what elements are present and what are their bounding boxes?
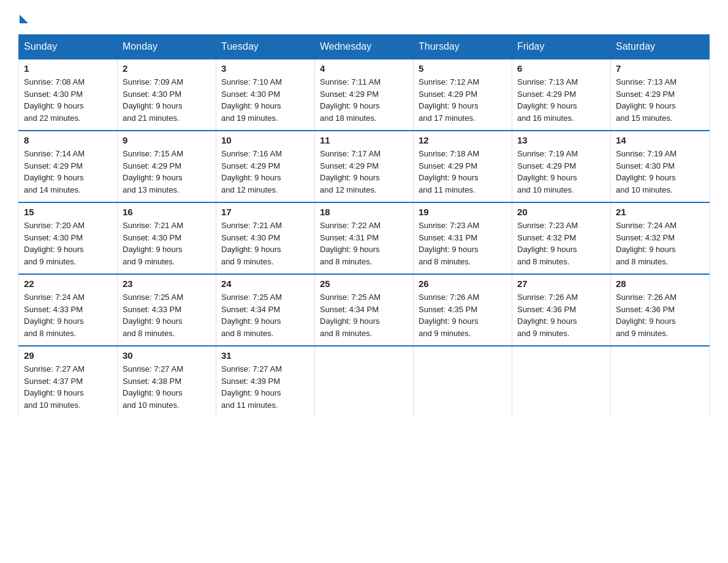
calendar-cell: 24 Sunrise: 7:25 AM Sunset: 4:34 PM Dayl…	[216, 274, 315, 346]
day-info: Sunrise: 7:18 AM Sunset: 4:29 PM Dayligh…	[419, 148, 507, 196]
day-number: 3	[221, 63, 309, 74]
calendar-cell: 25 Sunrise: 7:25 AM Sunset: 4:34 PM Dayl…	[315, 274, 414, 346]
day-number: 25	[320, 278, 408, 289]
calendar-week-row: 8 Sunrise: 7:14 AM Sunset: 4:29 PM Dayli…	[19, 131, 710, 202]
day-info: Sunrise: 7:20 AM Sunset: 4:30 PM Dayligh…	[24, 220, 112, 267]
weekday-header-monday: Monday	[118, 35, 216, 59]
day-info: Sunrise: 7:25 AM Sunset: 4:34 PM Dayligh…	[221, 291, 309, 339]
day-info: Sunrise: 7:13 AM Sunset: 4:29 PM Dayligh…	[616, 76, 704, 124]
calendar-cell: 26 Sunrise: 7:26 AM Sunset: 4:35 PM Dayl…	[414, 274, 512, 346]
day-info: Sunrise: 7:26 AM Sunset: 4:36 PM Dayligh…	[517, 291, 605, 339]
day-number: 12	[419, 135, 507, 145]
day-number: 18	[320, 207, 408, 217]
day-info: Sunrise: 7:27 AM Sunset: 4:37 PM Dayligh…	[24, 363, 112, 411]
day-info: Sunrise: 7:24 AM Sunset: 4:32 PM Dayligh…	[616, 220, 704, 267]
calendar-cell: 16 Sunrise: 7:21 AM Sunset: 4:30 PM Dayl…	[118, 202, 216, 274]
calendar-cell: 17 Sunrise: 7:21 AM Sunset: 4:30 PM Dayl…	[216, 202, 315, 274]
calendar-cell: 1 Sunrise: 7:08 AM Sunset: 4:30 PM Dayli…	[19, 59, 118, 131]
calendar-cell	[315, 346, 414, 417]
day-number: 10	[221, 135, 309, 145]
day-info: Sunrise: 7:17 AM Sunset: 4:29 PM Dayligh…	[320, 148, 408, 196]
calendar-cell: 12 Sunrise: 7:18 AM Sunset: 4:29 PM Dayl…	[414, 131, 512, 202]
day-number: 8	[24, 135, 112, 145]
day-info: Sunrise: 7:24 AM Sunset: 4:33 PM Dayligh…	[24, 291, 112, 339]
logo	[18, 12, 28, 23]
day-info: Sunrise: 7:27 AM Sunset: 4:38 PM Dayligh…	[123, 363, 211, 411]
page-header	[18, 12, 710, 23]
day-info: Sunrise: 7:19 AM Sunset: 4:30 PM Dayligh…	[616, 148, 704, 196]
calendar-cell: 6 Sunrise: 7:13 AM Sunset: 4:29 PM Dayli…	[512, 59, 611, 131]
day-number: 21	[616, 207, 704, 217]
calendar-cell: 18 Sunrise: 7:22 AM Sunset: 4:31 PM Dayl…	[315, 202, 414, 274]
day-number: 22	[24, 278, 112, 289]
day-info: Sunrise: 7:23 AM Sunset: 4:31 PM Dayligh…	[419, 220, 507, 267]
day-info: Sunrise: 7:25 AM Sunset: 4:33 PM Dayligh…	[123, 291, 211, 339]
day-info: Sunrise: 7:21 AM Sunset: 4:30 PM Dayligh…	[123, 220, 211, 267]
day-info: Sunrise: 7:10 AM Sunset: 4:30 PM Dayligh…	[221, 76, 309, 124]
day-number: 9	[123, 135, 211, 145]
day-number: 23	[123, 278, 211, 289]
weekday-header-saturday: Saturday	[611, 35, 710, 59]
day-info: Sunrise: 7:08 AM Sunset: 4:30 PM Dayligh…	[24, 76, 112, 124]
day-number: 27	[517, 278, 605, 289]
day-info: Sunrise: 7:26 AM Sunset: 4:35 PM Dayligh…	[419, 291, 507, 339]
day-info: Sunrise: 7:23 AM Sunset: 4:32 PM Dayligh…	[517, 220, 605, 267]
calendar-cell: 31 Sunrise: 7:27 AM Sunset: 4:39 PM Dayl…	[216, 346, 315, 417]
day-number: 6	[517, 63, 605, 74]
day-info: Sunrise: 7:19 AM Sunset: 4:29 PM Dayligh…	[517, 148, 605, 196]
calendar-cell: 4 Sunrise: 7:11 AM Sunset: 4:29 PM Dayli…	[315, 59, 414, 131]
day-number: 5	[419, 63, 507, 74]
calendar-cell: 20 Sunrise: 7:23 AM Sunset: 4:32 PM Dayl…	[512, 202, 611, 274]
calendar-cell: 2 Sunrise: 7:09 AM Sunset: 4:30 PM Dayli…	[118, 59, 216, 131]
calendar-cell	[414, 346, 512, 417]
calendar-cell: 11 Sunrise: 7:17 AM Sunset: 4:29 PM Dayl…	[315, 131, 414, 202]
calendar-cell: 13 Sunrise: 7:19 AM Sunset: 4:29 PM Dayl…	[512, 131, 611, 202]
day-info: Sunrise: 7:22 AM Sunset: 4:31 PM Dayligh…	[320, 220, 408, 267]
day-info: Sunrise: 7:21 AM Sunset: 4:30 PM Dayligh…	[221, 220, 309, 267]
day-number: 11	[320, 135, 408, 145]
day-info: Sunrise: 7:12 AM Sunset: 4:29 PM Dayligh…	[419, 76, 507, 124]
weekday-header-thursday: Thursday	[414, 35, 512, 59]
day-info: Sunrise: 7:27 AM Sunset: 4:39 PM Dayligh…	[221, 363, 309, 411]
calendar-cell: 15 Sunrise: 7:20 AM Sunset: 4:30 PM Dayl…	[19, 202, 118, 274]
day-info: Sunrise: 7:26 AM Sunset: 4:36 PM Dayligh…	[616, 291, 704, 339]
day-number: 29	[24, 350, 112, 361]
weekday-header-tuesday: Tuesday	[216, 35, 315, 59]
weekday-header-row: SundayMondayTuesdayWednesdayThursdayFrid…	[19, 35, 710, 59]
calendar-cell: 30 Sunrise: 7:27 AM Sunset: 4:38 PM Dayl…	[118, 346, 216, 417]
calendar-cell: 9 Sunrise: 7:15 AM Sunset: 4:29 PM Dayli…	[118, 131, 216, 202]
day-info: Sunrise: 7:16 AM Sunset: 4:29 PM Dayligh…	[221, 148, 309, 196]
day-number: 30	[123, 350, 211, 361]
calendar-cell: 10 Sunrise: 7:16 AM Sunset: 4:29 PM Dayl…	[216, 131, 315, 202]
calendar-cell: 5 Sunrise: 7:12 AM Sunset: 4:29 PM Dayli…	[414, 59, 512, 131]
calendar-cell: 27 Sunrise: 7:26 AM Sunset: 4:36 PM Dayl…	[512, 274, 611, 346]
day-info: Sunrise: 7:13 AM Sunset: 4:29 PM Dayligh…	[517, 76, 605, 124]
day-number: 4	[320, 63, 408, 74]
calendar-week-row: 15 Sunrise: 7:20 AM Sunset: 4:30 PM Dayl…	[19, 202, 710, 274]
day-info: Sunrise: 7:11 AM Sunset: 4:29 PM Dayligh…	[320, 76, 408, 124]
logo-arrow-icon	[20, 15, 28, 23]
calendar-cell	[512, 346, 611, 417]
day-info: Sunrise: 7:09 AM Sunset: 4:30 PM Dayligh…	[123, 76, 211, 124]
calendar-week-row: 1 Sunrise: 7:08 AM Sunset: 4:30 PM Dayli…	[19, 59, 710, 131]
day-number: 26	[419, 278, 507, 289]
calendar-cell: 19 Sunrise: 7:23 AM Sunset: 4:31 PM Dayl…	[414, 202, 512, 274]
day-number: 2	[123, 63, 211, 74]
day-number: 1	[24, 63, 112, 74]
calendar-cell: 23 Sunrise: 7:25 AM Sunset: 4:33 PM Dayl…	[118, 274, 216, 346]
day-number: 20	[517, 207, 605, 217]
day-number: 15	[24, 207, 112, 217]
calendar-cell	[611, 346, 710, 417]
day-info: Sunrise: 7:25 AM Sunset: 4:34 PM Dayligh…	[320, 291, 408, 339]
calendar-cell: 29 Sunrise: 7:27 AM Sunset: 4:37 PM Dayl…	[19, 346, 118, 417]
day-number: 19	[419, 207, 507, 217]
day-info: Sunrise: 7:15 AM Sunset: 4:29 PM Dayligh…	[123, 148, 211, 196]
day-info: Sunrise: 7:14 AM Sunset: 4:29 PM Dayligh…	[24, 148, 112, 196]
calendar-cell: 14 Sunrise: 7:19 AM Sunset: 4:30 PM Dayl…	[611, 131, 710, 202]
calendar-cell: 3 Sunrise: 7:10 AM Sunset: 4:30 PM Dayli…	[216, 59, 315, 131]
day-number: 17	[221, 207, 309, 217]
calendar-cell: 28 Sunrise: 7:26 AM Sunset: 4:36 PM Dayl…	[611, 274, 710, 346]
calendar-week-row: 22 Sunrise: 7:24 AM Sunset: 4:33 PM Dayl…	[19, 274, 710, 346]
calendar-cell: 7 Sunrise: 7:13 AM Sunset: 4:29 PM Dayli…	[611, 59, 710, 131]
weekday-header-friday: Friday	[512, 35, 611, 59]
